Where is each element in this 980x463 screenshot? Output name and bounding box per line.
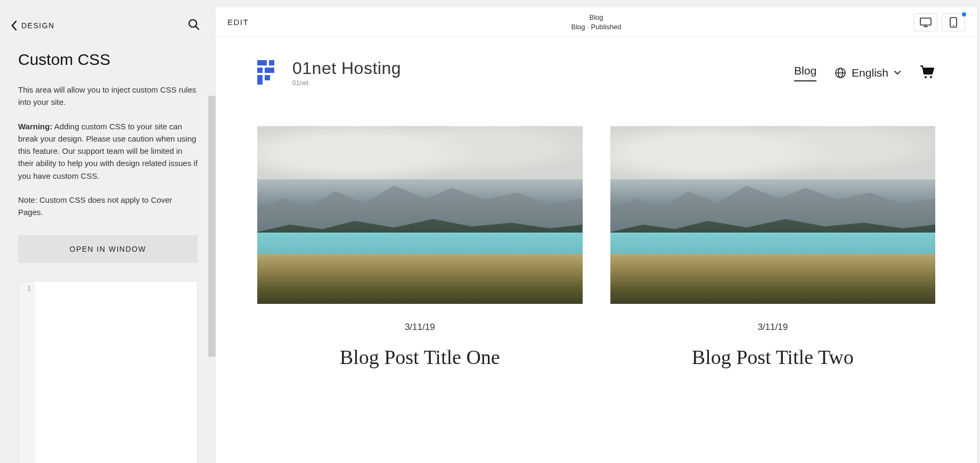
language-selector[interactable]: English — [835, 67, 901, 79]
notification-dot-icon — [962, 12, 966, 16]
sidebar-scrollbar-thumb[interactable] — [208, 96, 216, 357]
chevron-left-icon — [11, 20, 18, 31]
brand-name: 01net Hosting — [292, 59, 401, 78]
post-image — [610, 126, 936, 304]
post-image — [257, 126, 583, 304]
mobile-icon — [950, 17, 957, 28]
sidebar-scroll-area[interactable]: Custom CSS This area will allow you to i… — [0, 45, 216, 463]
post-date: 3/11/19 — [610, 322, 936, 333]
post-title: Blog Post Title One — [257, 345, 583, 369]
page-name: Blog — [571, 13, 622, 22]
search-icon — [188, 19, 200, 30]
back-to-design-button[interactable]: DESIGN — [11, 20, 55, 31]
post-date: 3/11/19 — [257, 322, 583, 333]
code-gutter: 1 — [19, 282, 35, 463]
globe-icon — [835, 67, 846, 79]
blog-post-card[interactable]: 3/11/19 Blog Post Title Two — [610, 126, 936, 369]
site-brand[interactable]: 01net Hosting 01net — [257, 59, 401, 87]
page-status: Blog · Published — [571, 22, 622, 32]
panel-description: This area will allow you to inject custo… — [18, 84, 198, 109]
cart-icon — [919, 65, 935, 79]
open-in-window-button[interactable]: OPEN IN WINDOW — [18, 235, 198, 263]
preview-panel: EDIT Blog Blog · Published — [216, 0, 980, 463]
svg-point-9 — [930, 76, 932, 78]
desktop-view-button[interactable] — [914, 13, 937, 31]
css-code-editor[interactable]: 1 — [18, 281, 198, 463]
chevron-down-icon — [894, 70, 901, 76]
blog-post-card[interactable]: 3/11/19 Blog Post Title One — [257, 126, 583, 369]
post-title: Blog Post Title Two — [610, 345, 936, 369]
brand-subtitle: 01net — [292, 79, 401, 87]
brand-logo-icon — [257, 60, 283, 86]
nav-link-blog[interactable]: Blog — [794, 64, 816, 81]
desktop-icon — [920, 18, 932, 27]
device-toggle-group — [914, 13, 965, 31]
search-button[interactable] — [188, 19, 200, 32]
site-header: 01net Hosting 01net Blog English — [216, 37, 977, 87]
back-label: DESIGN — [21, 21, 55, 30]
cart-button[interactable] — [919, 65, 935, 81]
svg-point-8 — [925, 76, 927, 78]
brand-text: 01net Hosting 01net — [292, 59, 401, 87]
code-body[interactable] — [35, 282, 197, 463]
svg-line-1 — [196, 27, 199, 30]
page-meta: Blog Blog · Published — [571, 13, 622, 31]
design-sidebar: DESIGN Custom CSS This area will allow y… — [0, 0, 216, 463]
panel-warning: Warning: Adding custom CSS to your site … — [18, 120, 198, 182]
posts-grid: 3/11/19 Blog Post Title One 3/11/19 Blog… — [216, 87, 977, 369]
mobile-view-button[interactable] — [942, 13, 965, 31]
preview-frame: EDIT Blog Blog · Published — [216, 7, 977, 463]
site-nav: Blog English — [794, 64, 935, 81]
panel-note: Note: Custom CSS does not apply to Cover… — [18, 194, 198, 219]
gutter-line-number: 1 — [19, 285, 31, 292]
site-preview: 01net Hosting 01net Blog English — [216, 37, 977, 463]
sidebar-content: Custom CSS This area will allow you to i… — [0, 51, 216, 463]
sidebar-header: DESIGN — [0, 0, 216, 45]
language-label: English — [852, 67, 888, 79]
warning-label: Warning: — [18, 122, 52, 131]
svg-rect-2 — [920, 18, 931, 25]
svg-point-4 — [953, 25, 954, 26]
edit-button[interactable]: EDIT — [227, 18, 249, 27]
preview-topbar: EDIT Blog Blog · Published — [216, 7, 977, 37]
panel-title: Custom CSS — [18, 51, 198, 69]
